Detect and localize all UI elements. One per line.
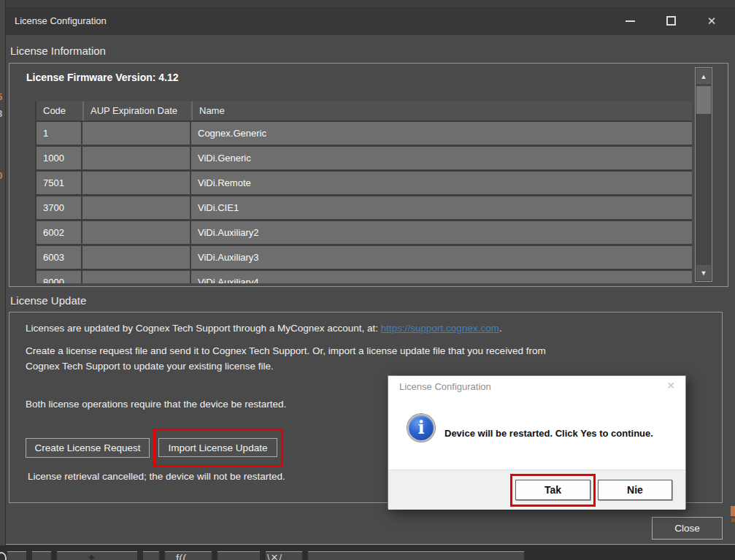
toolbar-button-top — [57, 551, 137, 560]
column-header-aup-expiration-date[interactable]: AUP Expiration Date — [82, 101, 191, 120]
license-table-header: Code AUP Expiration Date Name — [35, 101, 692, 122]
firmware-version-label: License Firmware Version: 4.12 — [26, 72, 179, 83]
no-button[interactable]: Nie — [598, 480, 672, 500]
clipped-text-fragment: 5 — [0, 91, 2, 102]
license-information-heading: License Information — [10, 45, 106, 57]
toolbar-button-top — [308, 551, 524, 560]
table-row[interactable]: 7501 ViDi.Remote — [36, 172, 692, 196]
toolbar-button-top — [143, 551, 159, 560]
table-row[interactable]: 1 Cognex.Generic — [36, 122, 692, 147]
create-license-request-button[interactable]: Create License Request — [26, 438, 150, 458]
table-row[interactable]: 3700 ViDi.CIE1 — [36, 196, 692, 221]
cell-code: 1 — [36, 122, 82, 147]
toolbar-button-top — [165, 551, 212, 560]
scroll-up-button[interactable]: ▲ — [696, 69, 711, 84]
cell-aup — [82, 172, 191, 196]
cell-code: 7501 — [36, 172, 82, 196]
scrollbar-thumb[interactable] — [696, 86, 711, 114]
maximize-button[interactable] — [655, 7, 687, 35]
close-icon: ✕ — [707, 15, 717, 28]
cell-code: 1000 — [36, 147, 82, 172]
annotation-box-import-button — [153, 429, 283, 467]
arrow-up-icon: ▲ — [701, 73, 707, 80]
clipped-text-fragment: 8 — [0, 108, 2, 119]
minimize-button[interactable] — [614, 7, 646, 35]
cell-name: ViDi.Generic — [191, 147, 692, 172]
status-message: License retrieval cancelled; the device … — [28, 471, 285, 482]
cell-name: ViDi.Auxiliary3 — [191, 246, 692, 271]
scroll-down-button[interactable]: ▼ — [696, 265, 711, 280]
column-header-code[interactable]: Code — [36, 101, 82, 120]
messagebox-title: License Configuration — [399, 381, 491, 392]
screen: 5 8 0 License Configuration ✕ License In… — [0, 0, 735, 560]
toolbar-button-top — [218, 551, 260, 560]
clipped-icon — [0, 552, 7, 560]
cell-name: ViDi.Auxiliary2 — [191, 221, 692, 246]
update-info-line2: Create a license request file and send i… — [26, 343, 547, 374]
messagebox-message: Device will be restarted. Click Yes to c… — [445, 428, 653, 439]
arrow-down-icon: ▼ — [701, 269, 707, 277]
support-link[interactable]: https://support.cognex.com — [381, 323, 499, 334]
table-row[interactable]: 6003 ViDi.Auxiliary3 — [36, 246, 692, 271]
cell-code: 6003 — [36, 246, 82, 271]
cell-aup — [82, 147, 191, 172]
cell-code: 6002 — [36, 221, 82, 246]
line1-prefix: Licenses are updated by Cognex Tech Supp… — [26, 323, 381, 334]
clipped-icon: ✦ — [87, 551, 96, 560]
close-window-button[interactable]: ✕ — [696, 7, 728, 35]
messagebox-close-icon[interactable]: ✕ — [666, 380, 675, 391]
minimize-icon — [626, 20, 635, 22]
title-bar[interactable]: License Configuration ✕ — [6, 7, 735, 35]
license-configuration-dialog: License Configuration ✕ License Informat… — [6, 7, 735, 545]
cell-name: ViDi.CIE1 — [191, 196, 692, 221]
confirmation-message-box: License Configuration ✕ i Device will be… — [388, 375, 686, 509]
window-title: License Configuration — [15, 7, 107, 35]
background-app-right-sliver — [731, 506, 735, 516]
clipped-icon: \✕/ — [267, 552, 282, 560]
toolbar-button-top — [7, 551, 26, 560]
cell-code: 3700 — [36, 196, 82, 221]
update-info-line3: Both license operations require that the… — [26, 399, 286, 410]
background-app-left-sliver: 5 8 0 — [0, 0, 6, 560]
annotation-box-yes-button — [510, 474, 596, 507]
cell-aup — [82, 221, 191, 246]
clipped-icon: f(( — [176, 552, 186, 560]
info-icon-letter: i — [417, 419, 424, 437]
cell-aup — [82, 246, 191, 271]
column-header-name[interactable]: Name — [191, 101, 692, 120]
cell-aup — [82, 271, 191, 283]
cell-name: ViDi.Auxiliary4 — [191, 271, 692, 283]
cell-aup — [82, 122, 191, 147]
line1-suffix: . — [499, 323, 502, 334]
close-dialog-button[interactable]: Close — [652, 517, 723, 540]
table-row[interactable]: 6002 ViDi.Auxiliary2 — [36, 221, 692, 246]
cell-aup — [82, 196, 191, 221]
cell-code: 8000 — [36, 271, 82, 283]
update-info-line1: Licenses are updated by Cognex Tech Supp… — [26, 323, 502, 334]
background-app-right-sliver — [731, 518, 735, 522]
clipped-text-fragment: 0 — [0, 170, 2, 181]
license-table-body: 1 Cognex.Generic 1000 ViDi.Generic 7501 … — [35, 122, 692, 283]
table-row[interactable]: 1000 ViDi.Generic — [36, 147, 692, 172]
background-app-toolbar-sliver: ✦ f(( \✕/ — [0, 545, 735, 560]
cell-name: Cognex.Generic — [191, 122, 692, 147]
license-update-heading: License Update — [10, 294, 86, 307]
cell-name: ViDi.Remote — [191, 172, 692, 196]
maximize-icon — [666, 16, 676, 26]
toolbar-button-top — [32, 551, 51, 560]
vertical-scrollbar[interactable]: ▲ ▼ — [695, 67, 712, 282]
info-icon: i — [407, 414, 435, 442]
table-row[interactable]: 8000 ViDi.Auxiliary4 — [36, 271, 692, 283]
